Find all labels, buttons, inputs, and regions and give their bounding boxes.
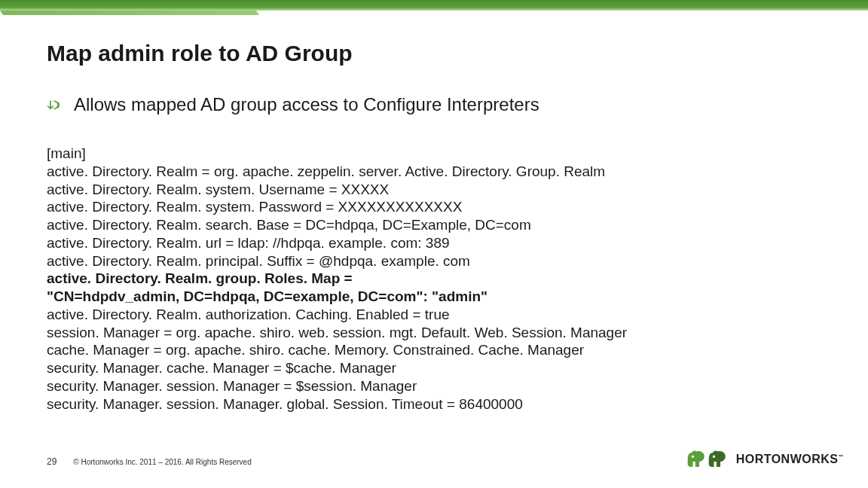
config-line: active. Directory. Realm = org. apache. … [47,163,627,181]
config-line: cache. Manager = org. apache. shiro. cac… [47,341,627,359]
config-line: [main] [47,145,627,163]
config-line: security. Manager. session. Manager = $s… [47,377,627,395]
slide-title: Map admin role to AD Group [47,41,353,66]
config-line: active. Directory. Realm. principal. Suf… [47,252,627,270]
config-line: active. Directory. Realm. url = ldap: //… [47,234,627,252]
config-line: active. Directory. Realm. system. Passwo… [47,198,627,216]
config-code-block: [main]active. Directory. Realm = org. ap… [47,145,627,413]
config-line: "CN=hdpdv_admin, DC=hdpqa, DC=example, D… [47,288,627,306]
config-line: security. Manager. session. Manager. glo… [47,395,627,413]
config-line: security. Manager. cache. Manager = $cac… [47,359,627,377]
hortonworks-logo: HORTONWORKS™ [691,447,844,471]
logo-text: HORTONWORKS™ [736,453,844,466]
config-line: active. Directory. Realm. group. Roles. … [47,270,627,288]
page-number: 29 [47,456,57,467]
config-line: active. Directory. Realm. system. Userna… [47,181,627,199]
config-line: session. Manager = org. apache. shiro. w… [47,324,627,342]
config-line: active. Directory. Realm. authorization.… [47,306,627,324]
bullet-item: Allows mapped AD group access to Configu… [47,94,539,115]
bullet-icon [47,99,63,115]
config-line: active. Directory. Realm. search. Base =… [47,216,627,234]
elephant-icon [712,447,733,471]
footer: 29 © Hortonworks Inc. 2011 – 2016. All R… [47,456,252,467]
copyright-text: © Hortonworks Inc. 2011 – 2016. All Righ… [73,458,251,466]
bullet-text: Allows mapped AD group access to Configu… [74,94,539,115]
top-accent-bar [0,0,868,11]
